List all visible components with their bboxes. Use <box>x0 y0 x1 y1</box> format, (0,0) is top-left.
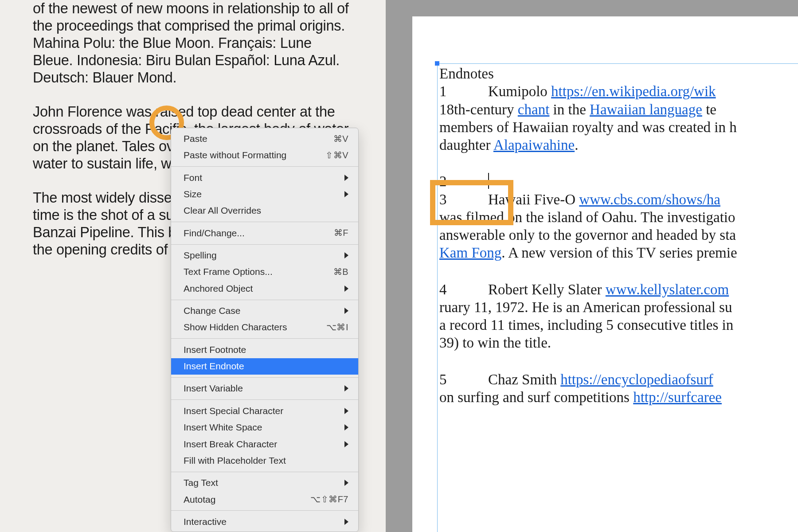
menu-item-size[interactable]: Size <box>171 186 358 203</box>
menu-label: Insert Footnote <box>184 344 246 356</box>
submenu-arrow-icon <box>344 172 348 184</box>
menu-shortcut: ⌘V <box>333 133 348 145</box>
endnote-text: on surfing and surf competitions <box>439 389 633 405</box>
text-cursor <box>488 173 489 189</box>
submenu-arrow-icon <box>344 282 348 295</box>
endnote-5[interactable]: 5Chaz Smith https://encyclopediaofsurf o… <box>439 371 798 407</box>
endnote-link[interactable]: Alapaiwahine <box>493 137 575 153</box>
menu-separator <box>171 166 358 167</box>
submenu-arrow-icon <box>344 249 348 262</box>
menu-label: Clear All Overrides <box>184 204 261 217</box>
layout-pasteboard: Endnotes 1Kumipolo https://en.wikipedia.… <box>386 0 798 532</box>
submenu-arrow-icon <box>344 305 348 317</box>
menu-label: Text Frame Options... <box>184 266 273 278</box>
menu-separator <box>171 510 358 511</box>
menu-item-insert-variable[interactable]: Insert Variable <box>171 380 358 397</box>
submenu-arrow-icon <box>344 438 348 450</box>
endnote-number: 1 <box>439 82 488 100</box>
endnote-text: te <box>702 102 716 117</box>
endnote-text: daughter <box>439 137 493 153</box>
endnote-link[interactable]: www.kellyslater.com <box>606 282 729 297</box>
endnote-3[interactable]: 3Hawaii Five-O www.cbs.com/shows/ha was … <box>439 191 798 262</box>
menu-item-insert-break-character[interactable]: Insert Break Character <box>171 436 358 452</box>
endnote-link[interactable]: http://surfcaree <box>633 389 722 405</box>
menu-separator <box>171 472 358 472</box>
menu-label: Change Case <box>184 305 240 317</box>
menu-separator <box>171 338 358 339</box>
menu-label: Paste without Formatting <box>184 149 286 161</box>
menu-item-font[interactable]: Font <box>171 169 358 186</box>
submenu-arrow-icon <box>344 382 348 395</box>
document-page: Endnotes 1Kumipolo https://en.wikipedia.… <box>412 16 798 532</box>
endnote-text: Robert Kelly Slater <box>488 282 606 297</box>
menu-separator <box>171 377 358 378</box>
endnote-2[interactable]: 2 <box>439 172 798 190</box>
endnote-4[interactable]: 4Robert Kelly Slater www.kellyslater.com… <box>439 281 798 352</box>
menu-label: Interactive <box>184 516 227 528</box>
menu-item-text-frame-options[interactable]: Text Frame Options... ⌘B <box>171 264 358 280</box>
submenu-arrow-icon <box>344 516 348 528</box>
menu-label: Insert Break Character <box>184 438 277 450</box>
menu-separator <box>171 222 358 222</box>
endnote-text: was filmed on the island of Oahu. The in… <box>439 209 735 225</box>
menu-item-insert-footnote[interactable]: Insert Footnote <box>171 341 358 358</box>
endnote-link[interactable]: https://en.wikipedia.org/wik <box>551 83 716 99</box>
endnote-link[interactable]: Kam Fong <box>439 245 501 261</box>
body-paragraph[interactable]: of the newest of new moons in relationsh… <box>33 0 351 86</box>
menu-label: Anchored Object <box>184 282 253 295</box>
menu-separator <box>171 399 358 400</box>
menu-item-anchored-object[interactable]: Anchored Object <box>171 280 358 297</box>
menu-label: Show Hidden Characters <box>184 321 287 333</box>
menu-separator <box>171 300 358 300</box>
menu-item-insert-white-space[interactable]: Insert White Space <box>171 419 358 436</box>
menu-item-show-hidden-characters[interactable]: Show Hidden Characters ⌥⌘I <box>171 319 358 336</box>
menu-shortcut: ⇧⌘V <box>325 149 348 161</box>
context-menu: Paste ⌘V Paste without Formatting ⇧⌘V Fo… <box>171 128 359 532</box>
menu-label: Insert Endnote <box>184 360 244 372</box>
endnote-1[interactable]: 1Kumipolo https://en.wikipedia.org/wik 1… <box>439 82 798 154</box>
endnote-text: Hawaii Five-O <box>488 192 579 207</box>
menu-label: Autotag <box>184 493 215 506</box>
menu-label: Insert Variable <box>184 382 243 395</box>
story-editor-pane: of the newest of new moons in relationsh… <box>0 0 386 532</box>
endnote-number: 5 <box>439 371 488 388</box>
endnotes-heading: Endnotes <box>439 65 798 82</box>
menu-item-find-change[interactable]: Find/Change... ⌘F <box>171 225 358 241</box>
menu-shortcut: ⌥⌘I <box>326 321 348 333</box>
endnote-link[interactable]: Hawaiian language <box>590 102 702 117</box>
menu-item-interactive[interactable]: Interactive <box>171 513 358 532</box>
menu-item-change-case[interactable]: Change Case <box>171 303 358 319</box>
menu-item-spelling[interactable]: Spelling <box>171 247 358 264</box>
endnote-text: members of Hawaiian royalty and was crea… <box>439 119 737 135</box>
endnote-number: 3 <box>439 191 488 208</box>
endnotes-text-frame[interactable]: Endnotes 1Kumipolo https://en.wikipedia.… <box>437 63 798 532</box>
menu-label: Paste <box>184 133 207 145</box>
menu-label: Insert White Space <box>184 421 262 434</box>
menu-item-clear-overrides[interactable]: Clear All Overrides <box>171 203 358 219</box>
endnote-link[interactable]: www.cbs.com/shows/ha <box>579 192 720 207</box>
menu-item-fill-placeholder-text[interactable]: Fill with Placeholder Text <box>171 452 358 469</box>
endnote-text: answerable only to the governor and head… <box>439 227 736 243</box>
endnote-link[interactable]: chant <box>518 102 549 117</box>
menu-label: Fill with Placeholder Text <box>184 454 286 467</box>
menu-item-tag-text[interactable]: Tag Text <box>171 475 358 491</box>
menu-shortcut: ⌘B <box>333 266 348 278</box>
menu-shortcut: ⌘F <box>334 227 348 239</box>
menu-label: Find/Change... <box>184 227 245 239</box>
menu-label: Font <box>184 172 202 184</box>
menu-shortcut: ⌥⇧⌘F7 <box>310 493 348 505</box>
menu-item-insert-special-character[interactable]: Insert Special Character <box>171 403 358 419</box>
menu-item-autotag[interactable]: Autotag ⌥⇧⌘F7 <box>171 491 358 508</box>
endnote-link[interactable]: https://encyclopediaofsurf <box>560 372 713 387</box>
endnote-text: 39) to win the title. <box>439 335 551 351</box>
endnote-text: . A new version of this TV series premie <box>501 245 737 261</box>
endnotes-text[interactable]: Endnotes 1Kumipolo https://en.wikipedia.… <box>438 64 798 406</box>
menu-label: Tag Text <box>184 477 218 489</box>
menu-item-paste-without-formatting[interactable]: Paste without Formatting ⇧⌘V <box>171 147 358 164</box>
endnote-text: ruary 11, 1972. He is an American profes… <box>439 299 732 315</box>
menu-label: Size <box>184 188 202 200</box>
endnote-text: Kumipolo <box>488 83 551 99</box>
menu-item-paste[interactable]: Paste ⌘V <box>171 128 358 147</box>
menu-item-insert-endnote[interactable]: Insert Endnote <box>171 358 358 375</box>
endnote-text: 18th-century <box>439 102 518 117</box>
